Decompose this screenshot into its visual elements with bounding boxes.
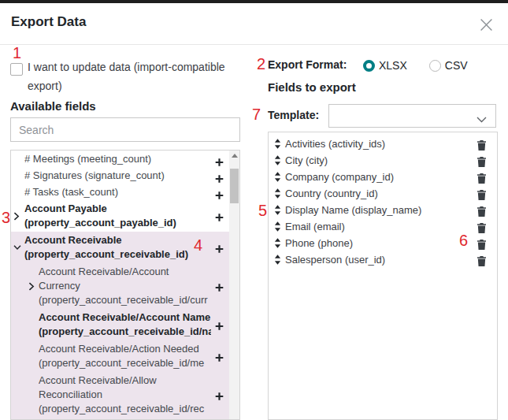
available-field-account-receivable-name[interactable]: Account Receivable/Account Name(property… xyxy=(11,309,239,340)
annotation-1: 1 xyxy=(13,45,21,61)
export-field-row[interactable]: Display Name (display_name) xyxy=(269,202,497,218)
template-label: Template: xyxy=(268,109,319,121)
format-option-csv[interactable]: CSV xyxy=(429,60,468,72)
drag-handle-icon[interactable] xyxy=(274,189,281,199)
available-fields-title: Available fields xyxy=(10,99,96,113)
field-label-line: Account Receivable/Account xyxy=(39,265,211,279)
export-field-row[interactable]: Company (company_id) xyxy=(269,169,497,185)
annotation-3: 3 xyxy=(2,210,10,225)
export-field-row[interactable]: Salesperson (user_id) xyxy=(269,251,497,268)
remove-field-icon[interactable] xyxy=(477,139,486,149)
add-field-icon[interactable] xyxy=(215,391,224,400)
drag-handle-icon[interactable] xyxy=(274,222,281,232)
field-label-line: # Signatures (signature_count) xyxy=(24,167,211,184)
close-icon xyxy=(480,22,493,34)
field-label-line: Account Receivable/Allow xyxy=(39,374,211,388)
scrollbar-thumb[interactable] xyxy=(230,169,239,203)
scrollbar-up-icon[interactable] xyxy=(229,151,239,161)
add-field-icon[interactable] xyxy=(215,282,224,291)
add-field-icon[interactable] xyxy=(215,243,224,252)
format-option-label: CSV xyxy=(445,60,468,72)
annotation-7: 7 xyxy=(252,106,261,122)
available-field-account-receivable-action-needed[interactable]: Account Receivable/Action Needed(propert… xyxy=(11,340,239,372)
fields-to-export-list: Activities (activity_ids)City (city)Comp… xyxy=(268,132,498,420)
annotation-2: 2 xyxy=(257,56,265,72)
field-label-line: Account Receivable/Action Needed xyxy=(39,342,211,356)
available-field-account-payable[interactable]: Account Payable(property_account_payable… xyxy=(11,200,239,232)
remove-field-icon[interactable] xyxy=(477,221,486,232)
export-data-dialog: Export Data 1 2 3 4 5 6 7 I want to upda… xyxy=(0,0,508,420)
remove-field-icon[interactable] xyxy=(477,238,486,248)
radio-selected-icon[interactable] xyxy=(363,60,375,72)
field-label-line: # Meetings (meeting_count) xyxy=(24,151,211,167)
remove-field-icon[interactable] xyxy=(477,172,486,182)
template-select[interactable] xyxy=(328,104,496,128)
export-field-label: Salesperson (user_id) xyxy=(285,251,385,268)
drag-handle-icon[interactable] xyxy=(274,156,281,165)
dialog-header: Export Data xyxy=(0,3,508,45)
available-field-account-receivable-currency[interactable]: Account Receivable/AccountCurrency(prope… xyxy=(11,263,239,309)
export-field-row[interactable]: Activities (activity_ids) xyxy=(269,136,497,152)
field-label-line: (property_account_receivable_id/rec xyxy=(39,402,211,416)
available-field-signature-count[interactable]: # Signatures (signature_count) xyxy=(11,167,239,184)
field-label-line: (property_account_receivable_id) xyxy=(24,247,211,262)
fields-to-export-title: Fields to export xyxy=(268,80,356,94)
remove-field-icon[interactable] xyxy=(477,255,486,265)
update-data-checkbox[interactable] xyxy=(10,63,23,76)
export-field-label: Email (email) xyxy=(285,218,345,235)
remove-field-icon[interactable] xyxy=(477,155,486,165)
radio-unselected-icon[interactable] xyxy=(429,60,441,72)
collapse-icon[interactable] xyxy=(13,243,21,252)
available-field-task-count[interactable]: # Tasks (task_count) xyxy=(11,184,239,200)
scrollbar[interactable] xyxy=(229,151,239,419)
export-field-label: Activities (activity_ids) xyxy=(285,136,385,152)
available-field-account-receivable-allow-reconciliation[interactable]: Account Receivable/AllowReconciliation(p… xyxy=(11,372,239,418)
field-label-line: (property_account_receivable_id/curr xyxy=(39,293,211,307)
add-field-icon[interactable] xyxy=(215,171,224,180)
export-format-options: XLSXCSV xyxy=(363,60,468,72)
drag-handle-icon[interactable] xyxy=(274,173,281,182)
add-field-icon[interactable] xyxy=(215,352,224,361)
expand-icon[interactable] xyxy=(28,281,36,291)
add-field-icon[interactable] xyxy=(215,188,224,196)
export-field-label: Country (country_id) xyxy=(285,185,378,202)
add-field-icon[interactable] xyxy=(215,321,224,329)
close-button[interactable] xyxy=(479,18,493,32)
field-label-line: Account Receivable/Account Name xyxy=(39,310,211,325)
field-label-line: (property_account_payable_id) xyxy=(24,216,211,230)
annotation-5: 5 xyxy=(258,203,267,218)
export-field-row[interactable]: City (city) xyxy=(269,152,497,169)
format-option-label: XLSX xyxy=(379,60,407,72)
export-field-label: Company (company_id) xyxy=(285,169,394,185)
field-label-line: Reconciliation xyxy=(39,388,211,402)
available-field-meeting-count[interactable]: # Meetings (meeting_count) xyxy=(11,151,239,167)
export-field-label: Display Name (display_name) xyxy=(285,202,421,218)
drag-handle-icon[interactable] xyxy=(274,239,281,248)
search-input[interactable] xyxy=(10,117,240,142)
field-label-line: (property_account_receivable_id/me xyxy=(39,356,211,370)
update-data-checkbox-label[interactable]: I want to update data (import-compatible… xyxy=(28,58,236,95)
drag-handle-icon[interactable] xyxy=(274,206,281,215)
remove-field-icon[interactable] xyxy=(477,188,486,199)
field-label-line: Account Payable xyxy=(24,202,211,216)
chevron-down-icon xyxy=(476,113,487,125)
field-label-line: Currency xyxy=(39,279,211,293)
export-field-label: Phone (phone) xyxy=(285,235,353,251)
export-field-row[interactable]: Country (country_id) xyxy=(269,185,497,202)
page-title: Export Data xyxy=(11,14,86,30)
field-label-line: # Tasks (task_count) xyxy=(24,184,211,200)
format-option-xlsx[interactable]: XLSX xyxy=(363,60,407,72)
field-label-line: Account Receivable xyxy=(24,233,211,247)
annotation-4: 4 xyxy=(194,237,202,253)
annotation-6: 6 xyxy=(459,232,468,248)
export-format-label: Export Format: xyxy=(268,58,347,71)
add-field-icon[interactable] xyxy=(215,212,224,221)
available-fields-list: # Meetings (meeting_count)# Signatures (… xyxy=(10,150,240,420)
add-field-icon[interactable] xyxy=(215,154,224,163)
remove-field-icon[interactable] xyxy=(477,205,486,215)
expand-icon[interactable] xyxy=(13,211,21,221)
export-field-label: City (city) xyxy=(285,152,328,169)
drag-handle-icon[interactable] xyxy=(274,255,281,265)
drag-handle-icon[interactable] xyxy=(274,139,281,149)
available-field-account-receivable[interactable]: Account Receivable(property_account_rece… xyxy=(11,232,239,263)
